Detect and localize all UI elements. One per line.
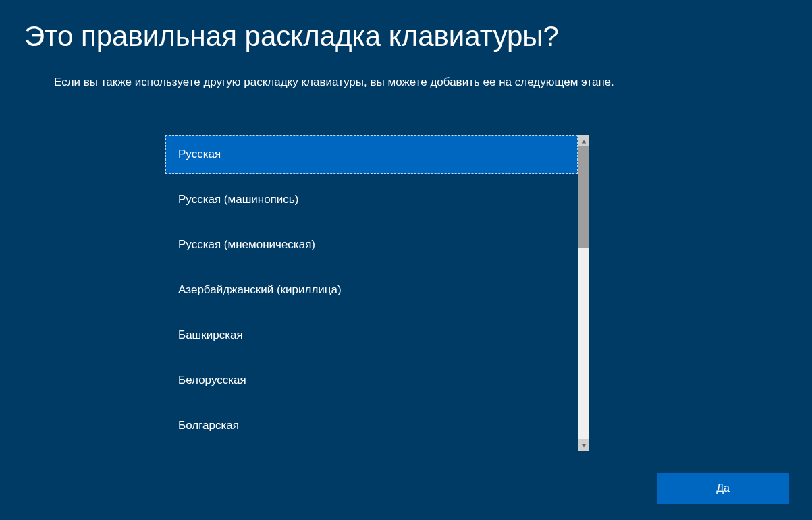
keyboard-layout-option[interactable]: Русская (165, 135, 578, 174)
keyboard-layout-label: Азербайджанский (кириллица) (178, 283, 342, 297)
keyboard-layout-option[interactable]: Белорусская (165, 361, 578, 400)
keyboard-layout-option[interactable]: Болгарская (165, 406, 578, 445)
keyboard-layout-option[interactable]: Русская (машинопись) (165, 180, 578, 219)
confirm-button[interactable]: Да (657, 473, 789, 504)
chevron-down-icon (581, 439, 587, 451)
keyboard-layout-label: Русская (машинопись) (178, 193, 298, 206)
scrollbar[interactable] (578, 135, 589, 451)
chevron-up-icon (581, 135, 587, 147)
page-subtitle: Если вы также используете другую расклад… (54, 76, 614, 89)
keyboard-layout-option[interactable]: Азербайджанский (кириллица) (165, 270, 578, 310)
scroll-down-button[interactable] (578, 439, 589, 451)
scroll-up-button[interactable] (578, 135, 589, 146)
keyboard-layout-label: Болгарская (178, 419, 239, 432)
keyboard-layout-list-wrapper: РусскаяРусская (машинопись)Русская (мнем… (165, 135, 589, 451)
scrollbar-thumb[interactable] (578, 146, 589, 248)
keyboard-layout-option[interactable]: Русская (мнемоническая) (165, 225, 578, 264)
keyboard-layout-label: Русская (мнемоническая) (178, 238, 315, 252)
keyboard-layout-label: Белорусская (178, 374, 246, 387)
keyboard-layout-label: Башкирская (178, 328, 243, 342)
oobe-keyboard-layout-page: Это правильная раскладка клавиатуры? Есл… (0, 0, 812, 520)
keyboard-layout-option[interactable]: Башкирская (165, 316, 578, 355)
page-title: Это правильная раскладка клавиатуры? (24, 20, 559, 53)
keyboard-layout-label: Русская (178, 148, 221, 161)
keyboard-layout-list: РусскаяРусская (машинопись)Русская (мнем… (165, 135, 578, 451)
